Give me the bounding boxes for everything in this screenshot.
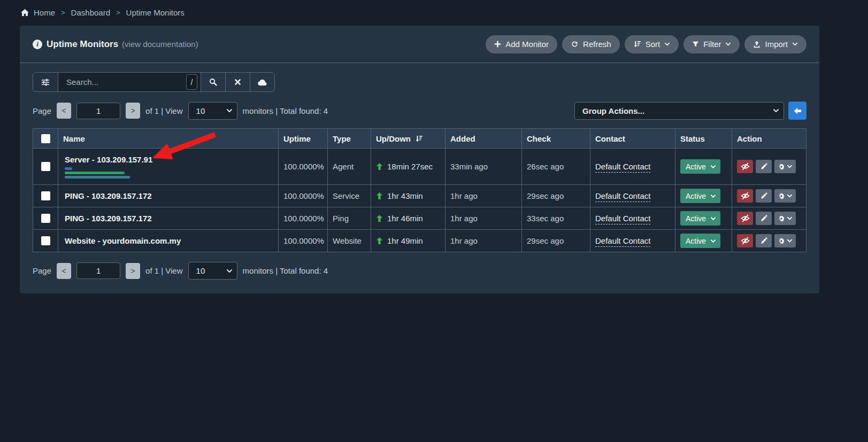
uptime-cell: 100.0000% [279,149,328,185]
group-actions-select[interactable]: Group Actions... [574,102,784,120]
monitor-settings-button[interactable] [774,234,796,247]
sort-label: Sort [646,40,660,49]
monitor-settings-button[interactable] [774,160,796,173]
sort-button[interactable]: Sort [625,35,679,53]
column-header-uptime[interactable]: Uptime [279,129,328,149]
column-header-up-down[interactable]: Up/Down [371,129,445,149]
contact-cell: Default Contact [590,230,675,252]
edit-monitor-button[interactable] [756,234,772,247]
column-header-check[interactable]: Check [522,129,590,149]
hide-monitor-button[interactable] [737,212,753,225]
row-select-cell [33,230,58,252]
contact-link[interactable]: Default Contact [595,236,650,247]
search-submit-button[interactable] [201,73,225,91]
edit-monitor-button[interactable] [756,160,772,173]
status-select[interactable]: Active [680,189,720,203]
refresh-button[interactable]: Refresh [562,35,620,53]
breadcrumb: Home > Dashboard > Uptime Monitors [0,0,868,25]
usage-bar [65,176,130,179]
breadcrumb-uptime-monitors: Uptime Monitors [126,8,185,17]
monitor-name-cell: Server - 103.209.157.91 [58,149,279,185]
row-checkbox[interactable] [41,191,50,200]
apply-group-action-button[interactable] [788,102,806,120]
action-cell [732,149,806,185]
monitor-name: PING - 103.209.157.172 [65,214,272,223]
refresh-label: Refresh [583,40,611,49]
header-buttons: Add MonitorRefreshSortFilterImport [486,35,806,53]
add-monitor-label: Add Monitor [505,40,549,49]
filter-button[interactable]: Filter [683,35,740,53]
caret-down-icon [787,193,793,199]
column-header-action[interactable]: Action [732,129,806,149]
add-monitor-button[interactable]: Add Monitor [486,35,557,53]
row-checkbox[interactable] [41,214,50,223]
hide-monitor-button[interactable] [737,160,753,173]
cloud-icon [258,79,267,86]
pencil-icon [761,215,767,222]
sort-icon [633,40,641,48]
breadcrumb-home[interactable]: Home [34,8,55,17]
next-page-button[interactable]: > [126,103,140,119]
column-header-contact[interactable]: Contact [590,129,675,149]
status-select[interactable]: Active [680,234,720,248]
total-found-label: monitors | Total found: 4 [243,266,328,275]
gear-icon [778,192,785,200]
select-all-header [33,129,58,149]
contact-link[interactable]: Default Contact [595,191,650,202]
row-checkbox[interactable] [41,236,50,245]
status-select[interactable]: Active [680,211,720,226]
total-found-label: monitors | Total found: 4 [243,106,328,115]
uptime-cell: 100.0000% [279,185,328,207]
monitor-name: PING - 103.209.157.172 [65,191,272,200]
status-cell: Active [675,207,732,230]
view-documentation-link[interactable]: (view documentation) [122,40,198,49]
search-input[interactable] [65,77,186,87]
next-page-button[interactable]: > [126,263,140,279]
edit-monitor-button[interactable] [756,189,772,203]
column-header-name[interactable]: Name [58,129,279,149]
hide-monitor-button[interactable] [737,189,753,203]
monitor-settings-button[interactable] [774,189,796,203]
search-input-wrap: / [58,73,201,91]
added-cell: 1hr ago [445,185,522,207]
added-cell: 33min ago [445,149,522,185]
hide-monitor-button[interactable] [737,234,753,247]
search-clear-button[interactable] [226,73,250,91]
contact-link[interactable]: Default Contact [595,214,650,224]
row-checkbox[interactable] [41,162,50,171]
caret-down-icon [792,41,798,47]
updown-cell: 1hr 46min [371,207,445,230]
import-button[interactable]: Import [744,35,806,53]
column-header-status[interactable]: Status [675,129,732,149]
column-header-type[interactable]: Type [328,129,371,149]
contact-link[interactable]: Default Contact [595,162,650,173]
updown-cell: 1hr 43min [371,185,445,207]
search-saved-button[interactable] [250,73,274,91]
prev-page-button[interactable]: < [57,103,71,119]
status-select[interactable]: Active [680,159,720,174]
info-icon: i [33,40,42,49]
monitor-name: Server - 103.209.157.91 [65,155,272,164]
table-row: PING - 103.209.157.172100.0000%Ping1hr 4… [33,207,806,230]
search-filters-button[interactable] [33,73,58,91]
caret-down-icon [787,164,793,169]
monitor-name-cell: PING - 103.209.157.172 [58,207,279,230]
column-header-added[interactable]: Added [445,129,522,149]
page-number-input[interactable] [76,103,120,119]
contact-cell: Default Contact [590,207,675,230]
select-all-checkbox[interactable] [41,134,50,143]
monitor-settings-button[interactable] [774,212,796,225]
page-number-input[interactable] [76,262,120,279]
status-cell: Active [675,230,732,252]
uptime-duration: 18min 27sec [387,162,433,171]
arrow-up-icon [376,192,383,199]
sort-icon [415,135,423,143]
breadcrumb-dashboard[interactable]: Dashboard [71,8,110,17]
action-cell [732,230,806,252]
eye-slash-icon [741,162,750,170]
prev-page-button[interactable]: < [57,263,71,279]
status-cell: Active [675,149,732,185]
edit-monitor-button[interactable] [756,212,772,225]
per-page-select[interactable]: 10 [188,102,237,120]
per-page-select[interactable]: 10 [188,262,237,280]
